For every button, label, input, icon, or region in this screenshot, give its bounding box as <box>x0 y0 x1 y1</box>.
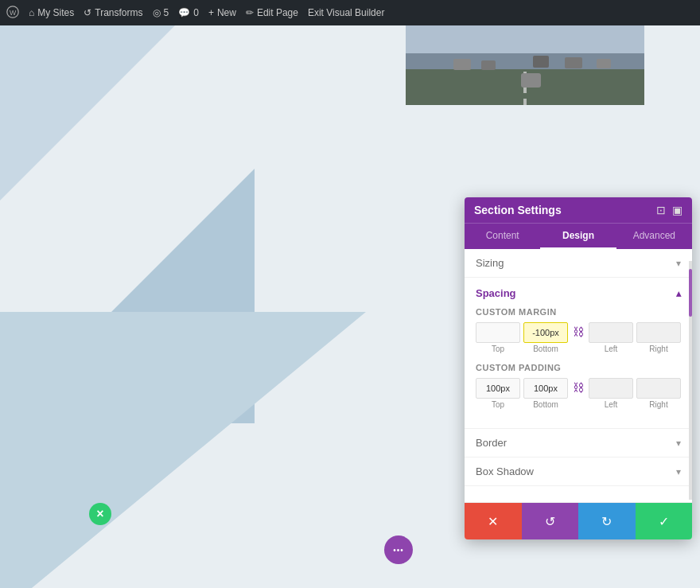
panel-header: Section Settings ⊡ ▣ <box>465 197 692 223</box>
padding-top-input[interactable]: 100px <box>476 378 520 399</box>
svg-rect-11 <box>565 57 582 68</box>
panel-tabs: Content Design Advanced <box>465 223 692 249</box>
box-shadow-section[interactable]: Box Shadow ▾ <box>465 458 692 486</box>
exit-visual-builder[interactable]: Exit Visual Builder <box>308 7 385 18</box>
edit-page[interactable]: ✏ Edit Page <box>246 7 298 18</box>
margin-right-label: Right <box>649 345 667 353</box>
padding-right-label: Right <box>649 400 667 409</box>
settings-panel: Section Settings ⊡ ▣ Content Design Adva… <box>465 197 692 539</box>
street-image-inner <box>406 25 644 105</box>
new-label: New <box>217 7 236 18</box>
svg-rect-9 <box>481 60 496 70</box>
bubble-icon: ◎ <box>153 7 161 18</box>
close-icon: × <box>96 507 103 521</box>
spacing-chevron-icon[interactable]: ▴ <box>676 288 681 299</box>
padding-bottom-group: 100px Bottom <box>523 378 568 409</box>
custom-margin-label: Custom Margin <box>476 307 681 317</box>
panel-header-icons: ⊡ ▣ <box>656 204 682 216</box>
margin-top-input[interactable] <box>476 322 520 343</box>
svg-rect-8 <box>453 59 471 70</box>
box-shadow-label: Box Shadow <box>476 465 534 477</box>
triangle-bottom-right <box>0 312 366 588</box>
spacing-label: Spacing <box>476 287 516 299</box>
margin-top-group: Top <box>476 322 520 353</box>
more-options-button[interactable]: ••• <box>384 535 413 564</box>
comment-count: 0 <box>193 7 199 18</box>
tab-design[interactable]: Design <box>540 224 616 249</box>
my-sites-label: My Sites <box>37 7 74 18</box>
margin-top-label: Top <box>492 345 504 353</box>
bubble-icon-count[interactable]: ◎ 5 <box>153 7 169 18</box>
comment-icon: 💬 <box>178 7 190 18</box>
border-section[interactable]: Border ▾ <box>465 429 692 458</box>
new-item[interactable]: + New <box>208 7 236 18</box>
padding-link-icon[interactable]: ⛓ <box>571 377 585 398</box>
wp-icon: W <box>6 6 19 21</box>
exit-label: Exit Visual Builder <box>308 7 385 18</box>
padding-fields: 100px Top 100px Bottom ⛓ Left Right <box>476 377 681 409</box>
layout-icon[interactable]: ▣ <box>672 204 682 216</box>
responsive-icon[interactable]: ⊡ <box>656 204 666 216</box>
padding-bottom-input[interactable]: 100px <box>523 378 568 399</box>
street-image <box>406 25 644 105</box>
svg-rect-13 <box>521 73 541 88</box>
padding-left-input[interactable] <box>589 378 633 399</box>
plus-icon: + <box>208 7 214 18</box>
padding-bottom-label: Bottom <box>533 400 558 409</box>
svg-rect-10 <box>533 56 549 68</box>
transforms-label: Transforms <box>95 7 142 18</box>
padding-right-input[interactable] <box>636 378 681 399</box>
edit-page-label: Edit Page <box>257 7 298 18</box>
my-sites[interactable]: ⌂ My Sites <box>29 7 74 18</box>
padding-left-group: Left <box>589 378 633 409</box>
delete-circle-button[interactable]: × <box>89 503 111 525</box>
admin-bar: W ⌂ My Sites ↺ Transforms ◎ 5 💬 0 + New … <box>0 0 700 25</box>
panel-title: Section Settings <box>474 204 562 216</box>
wp-logo[interactable]: W <box>6 6 19 21</box>
margin-right-group: Right <box>636 322 681 353</box>
margin-link-icon[interactable]: ⛓ <box>571 321 585 342</box>
cancel-button[interactable]: ✕ <box>465 503 522 539</box>
margin-left-group: Left <box>589 322 633 353</box>
canvas-area: 1 × ••• Section Settings ⊡ ▣ Content Des… <box>0 25 700 588</box>
count-value: 5 <box>164 7 169 18</box>
spacing-section: Spacing ▴ Custom Margin Top -100px Botto… <box>465 278 692 429</box>
sizing-section[interactable]: Sizing ▾ <box>465 249 692 278</box>
sizing-label: Sizing <box>476 257 504 269</box>
padding-top-label: Top <box>492 400 504 409</box>
spacing-title: Spacing ▴ <box>476 287 681 299</box>
redo-button[interactable]: ↻ <box>578 503 636 539</box>
padding-top-group: 100px Top <box>476 378 520 409</box>
sizing-chevron-icon: ▾ <box>676 258 681 269</box>
padding-left-label: Left <box>605 400 618 409</box>
box-shadow-chevron-icon: ▾ <box>676 466 681 477</box>
custom-padding-label: Custom Padding <box>476 363 681 372</box>
svg-rect-12 <box>597 59 611 68</box>
save-button[interactable]: ✓ <box>636 503 693 539</box>
margin-bottom-input[interactable]: -100px <box>523 322 568 343</box>
transforms-icon: ↺ <box>84 7 91 18</box>
reset-button[interactable]: ↺ <box>522 503 579 539</box>
svg-text:W: W <box>10 9 17 17</box>
transforms[interactable]: ↺ Transforms <box>84 7 142 18</box>
border-label: Border <box>476 437 507 449</box>
margin-bottom-group: -100px Bottom <box>523 322 568 353</box>
svg-rect-3 <box>406 25 644 53</box>
padding-right-group: Right <box>636 378 681 409</box>
margin-left-input[interactable] <box>589 322 633 343</box>
margin-right-input[interactable] <box>636 322 681 343</box>
tab-advanced[interactable]: Advanced <box>616 224 692 249</box>
svg-rect-7 <box>523 99 527 105</box>
panel-body: Sizing ▾ Spacing ▴ Custom Margin Top <box>465 249 692 491</box>
panel-actions: ✕ ↺ ↻ ✓ <box>465 502 692 539</box>
border-chevron-icon: ▾ <box>676 438 681 449</box>
panel-scrollbar-thumb <box>689 269 692 317</box>
comments[interactable]: 💬 0 <box>178 7 199 18</box>
margin-bottom-label: Bottom <box>533 345 558 353</box>
dots-icon: ••• <box>393 546 404 555</box>
panel-scrollbar[interactable] <box>689 261 692 500</box>
margin-left-label: Left <box>605 345 618 353</box>
pencil-icon: ✏ <box>246 7 254 18</box>
margin-fields: Top -100px Bottom ⛓ Left Right <box>476 321 681 353</box>
tab-content[interactable]: Content <box>465 224 540 249</box>
